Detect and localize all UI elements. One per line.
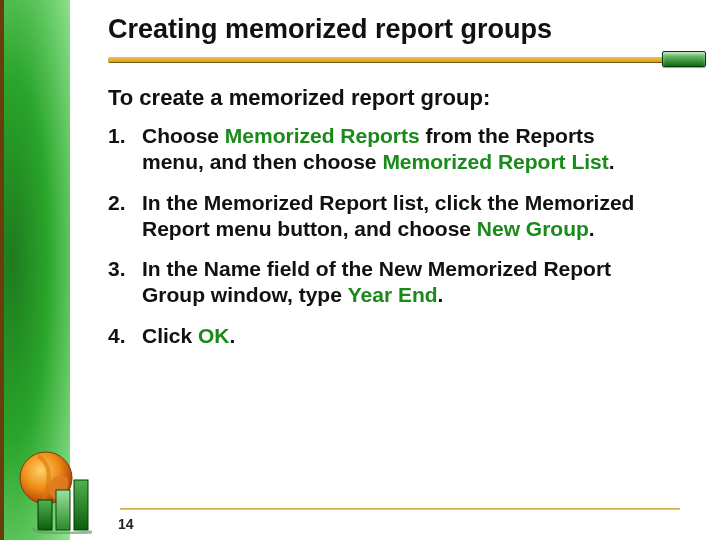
step-keyword: New Group [477, 217, 589, 240]
step-item: In the Name field of the New Memorized R… [108, 256, 648, 309]
gold-rule [108, 57, 668, 62]
step-keyword: Memorized Report List [382, 150, 608, 173]
step-keyword: Year End [348, 283, 438, 306]
step-text: Choose [142, 124, 225, 147]
corner-chart-icon [8, 444, 108, 534]
step-text: . [609, 150, 615, 173]
step-keyword: OK [198, 324, 230, 347]
intro-text: To create a memorized report group: [108, 85, 700, 111]
step-text: Click [142, 324, 198, 347]
step-text: . [438, 283, 444, 306]
slide: Creating memorized report groups To crea… [0, 0, 720, 540]
title-rule [108, 53, 700, 67]
step-item: Click OK. [108, 323, 648, 349]
step-text: . [589, 217, 595, 240]
step-text: . [230, 324, 236, 347]
content-area: Creating memorized report groups To crea… [108, 14, 700, 363]
svg-rect-1 [38, 500, 52, 530]
footer-rule [120, 508, 680, 510]
svg-rect-2 [56, 490, 70, 530]
steps-list: Choose Memorized Reports from the Report… [108, 123, 700, 349]
page-number: 14 [118, 516, 134, 532]
step-keyword: Memorized Reports [225, 124, 420, 147]
step-item: Choose Memorized Reports from the Report… [108, 123, 648, 176]
svg-rect-3 [74, 480, 88, 530]
step-item: In the Memorized Report list, click the … [108, 190, 648, 243]
green-cap [662, 51, 706, 67]
slide-title: Creating memorized report groups [108, 14, 700, 51]
left-edge [0, 0, 4, 540]
